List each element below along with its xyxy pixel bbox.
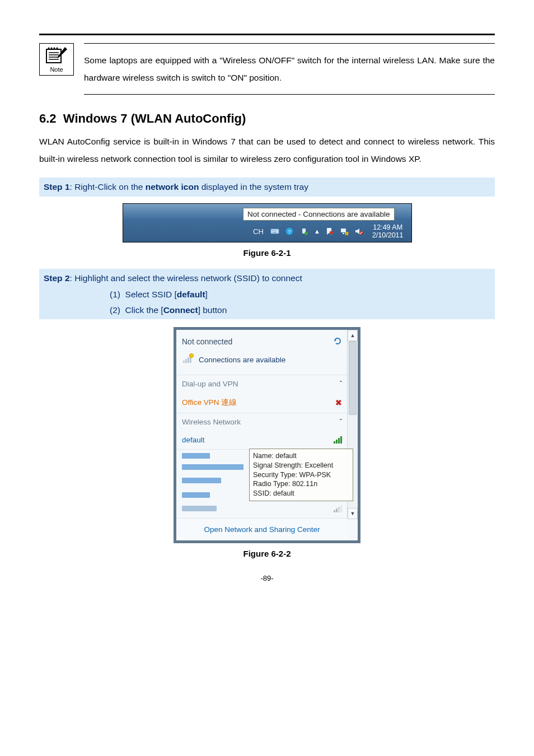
- list-item[interactable]: [182, 478, 221, 483]
- ssid-tooltip: Name: default Signal Strength: Excellent…: [249, 449, 353, 501]
- tooltip-line: Radio Type: 802.11n: [253, 479, 349, 489]
- svg-point-18: [305, 232, 308, 235]
- vpn-item[interactable]: Office VPN 連線 ✖: [176, 393, 348, 413]
- ime-language[interactable]: CH: [253, 227, 264, 236]
- svg-point-31: [190, 353, 194, 357]
- help-icon[interactable]: ?: [285, 227, 294, 236]
- intro-paragraph: WLAN AutoConfig service is built-in in W…: [39, 133, 495, 167]
- signal-icon: [334, 436, 342, 444]
- chevron-up-icon[interactable]: ˆ: [340, 380, 342, 388]
- systray-tooltip: Not connected - Connections are availabl…: [243, 208, 394, 221]
- tooltip-line: Name: default: [253, 451, 349, 461]
- network-popup-screenshot: ▲ ▼ Not connected Connections are availa…: [174, 327, 360, 543]
- step1-sep: :: [70, 182, 75, 192]
- vpn-label: Office VPN 連線: [182, 398, 237, 408]
- popup-header: Not connected: [176, 330, 348, 349]
- wireless-section: Wireless Network ˆ: [176, 413, 348, 431]
- step2-item1-idx: (1): [110, 290, 120, 299]
- volume-icon[interactable]: [354, 227, 363, 236]
- step2-item2-pre: Click the [: [125, 305, 163, 315]
- step2-label: Step 2: [44, 273, 70, 283]
- keyboard-icon[interactable]: [270, 227, 279, 236]
- usb-eject-icon[interactable]: [299, 227, 308, 236]
- figure-6-2-1-caption: Figure 6-2-1: [39, 248, 495, 258]
- svg-point-8: [57, 48, 58, 49]
- systray-tooltip-area: Not connected - Connections are availabl…: [123, 204, 411, 221]
- systray-date: 2/10/2011: [372, 231, 404, 239]
- svg-point-7: [54, 48, 55, 49]
- heading-number: 6.2: [39, 111, 57, 125]
- step2-item1-bold: default: [177, 290, 205, 299]
- systray-taskbar: CH ? ▲ 12:49 AM 2/10/2011: [123, 221, 411, 242]
- horizontal-rule: [39, 34, 495, 35]
- list-item[interactable]: [182, 506, 217, 511]
- signal-weak-icon: [334, 505, 342, 512]
- step1-post: displayed in the system tray: [199, 182, 308, 192]
- refresh-icon[interactable]: [333, 337, 342, 347]
- step1-box: Step 1: Right-Click on the network icon …: [39, 178, 495, 197]
- list-item[interactable]: [182, 464, 243, 470]
- systray-clock[interactable]: 12:49 AM 2/10/2011: [372, 223, 404, 240]
- svg-rect-29: [188, 357, 189, 363]
- list-item[interactable]: [182, 492, 210, 498]
- svg-rect-20: [341, 228, 346, 232]
- svg-point-5: [48, 48, 50, 49]
- systray-time: 12:49 AM: [372, 223, 404, 231]
- page-number: -89-: [39, 574, 495, 582]
- ssid-info-area: Name: default Signal Strength: Excellent…: [176, 449, 348, 518]
- step1-label: Step 1: [44, 182, 70, 192]
- step2-item1-post: ]: [205, 290, 208, 299]
- wireless-label: Wireless Network: [182, 418, 241, 426]
- show-hidden-icon[interactable]: ▲: [314, 228, 320, 235]
- action-center-icon[interactable]: [325, 227, 334, 236]
- svg-text:?: ?: [288, 229, 291, 235]
- scroll-down-icon[interactable]: ▼: [348, 508, 358, 519]
- step2-item2-post: ] button: [198, 305, 227, 315]
- disconnect-icon: ✖: [335, 398, 342, 407]
- connections-available-row: Connections are available: [176, 349, 348, 375]
- step2-item-1: (1) Select SSID [default]: [110, 287, 490, 302]
- connections-available-label: Connections are available: [199, 356, 285, 364]
- svg-rect-12: [274, 230, 275, 231]
- step2-sep: :: [70, 273, 75, 283]
- step2-item1-pre: Select SSID [: [125, 290, 177, 299]
- ssid-default-label: default: [182, 436, 205, 444]
- tooltip-line: Security Type: WPA-PSK: [253, 470, 349, 480]
- step2-item2-bold: Connect: [163, 305, 198, 315]
- dialup-label: Dial-up and VPN: [182, 380, 238, 388]
- notepad-icon: [45, 46, 68, 65]
- svg-rect-13: [275, 230, 277, 231]
- step2-text: Highlight and select the wireless networ…: [74, 273, 302, 283]
- heading-title: Windows 7 (WLAN AutoConfig): [63, 111, 246, 125]
- svg-rect-11: [272, 230, 273, 231]
- not-connected-label: Not connected: [182, 337, 232, 346]
- step2-box: Step 2: Highlight and select the wireles…: [39, 269, 495, 319]
- figure-6-2-2-caption: Figure 6-2-2: [39, 549, 495, 558]
- chevron-up-icon[interactable]: ˆ: [340, 418, 342, 426]
- list-item[interactable]: [182, 453, 210, 459]
- step2-item-2: (2) Click the [Connect] button: [110, 302, 490, 318]
- systray-screenshot: Not connected - Connections are availabl…: [123, 203, 412, 242]
- svg-rect-27: [183, 361, 185, 363]
- signal-sun-icon: [182, 353, 194, 367]
- note-block: Note Some laptops are equipped with a "W…: [39, 43, 495, 95]
- section-heading: 6.2 Windows 7 (WLAN AutoConfig): [39, 111, 495, 126]
- svg-rect-14: [273, 232, 277, 233]
- step1-pre: Right-Click on the: [74, 182, 146, 192]
- dialup-section: Dial-up and VPN ˆ: [176, 375, 348, 393]
- svg-marker-26: [335, 340, 336, 342]
- scroll-up-icon[interactable]: ▲: [348, 330, 358, 341]
- svg-rect-21: [343, 233, 344, 234]
- svg-marker-23: [355, 228, 359, 234]
- tooltip-line: Signal Strength: Excellent: [253, 461, 349, 470]
- svg-rect-19: [330, 231, 334, 234]
- scroll-thumb[interactable]: [349, 341, 357, 415]
- note-text: Some laptops are equipped with a "Wirele…: [84, 43, 495, 95]
- tooltip-line: SSID: default: [253, 489, 349, 498]
- svg-rect-10: [271, 229, 279, 234]
- step2-item2-idx: (2): [110, 305, 120, 315]
- open-network-center-link[interactable]: Open Network and Sharing Center: [176, 518, 348, 540]
- network-icon[interactable]: [340, 227, 349, 236]
- ssid-default-item[interactable]: default: [176, 431, 348, 449]
- svg-point-6: [51, 48, 53, 49]
